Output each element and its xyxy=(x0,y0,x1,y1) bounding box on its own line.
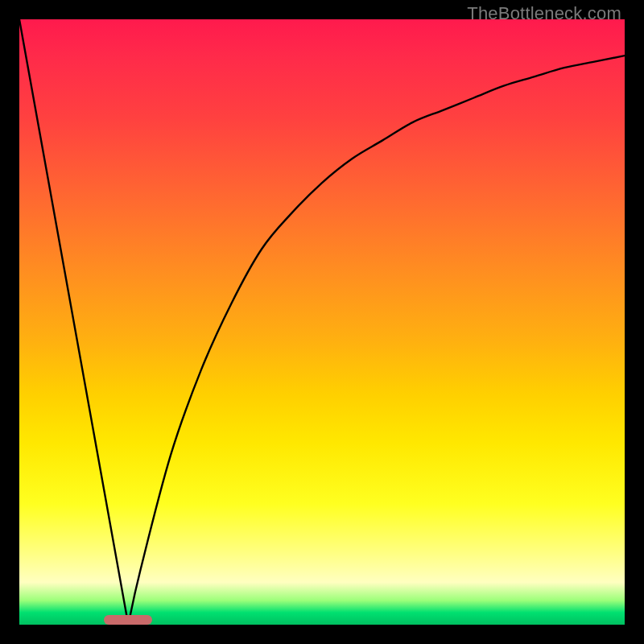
plot-area xyxy=(19,19,625,625)
watermark-text: TheBottleneck.com xyxy=(467,3,621,24)
chart-container: TheBottleneck.com xyxy=(0,0,644,644)
curve-left-line xyxy=(19,19,128,625)
curve-group xyxy=(19,19,625,625)
bottleneck-marker xyxy=(104,615,152,625)
curve-svg xyxy=(19,19,625,625)
curve-right-arc xyxy=(128,56,625,625)
